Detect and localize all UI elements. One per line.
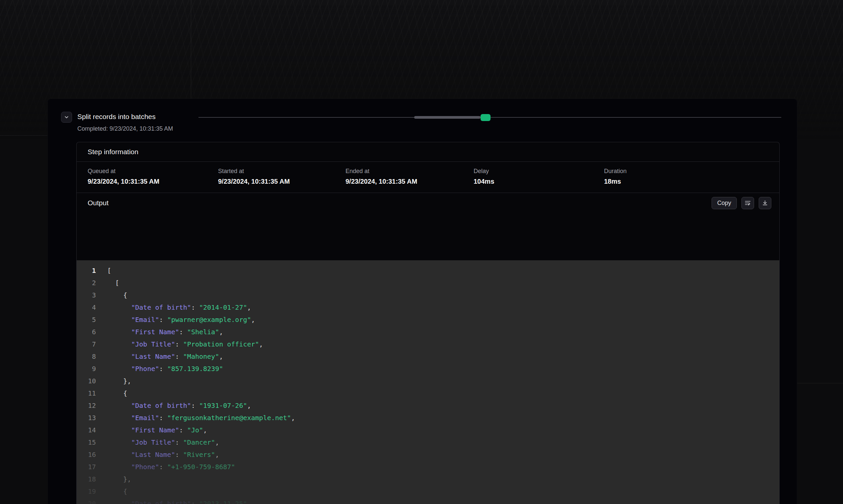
meta-field: Started at9/23/2024, 10:31:35 AM bbox=[218, 168, 345, 185]
meta-value: 18ms bbox=[604, 178, 779, 185]
line-content: "Date of birth": "1931-07-26", bbox=[96, 399, 251, 412]
scroll-to-bottom-button[interactable] bbox=[759, 197, 771, 209]
code-line: 2 [ bbox=[77, 277, 779, 289]
line-number: 1 bbox=[77, 265, 96, 277]
code-line: 20 "Date of birth": "2013-11-25", bbox=[77, 498, 779, 504]
step-header: Split records into batches Completed: 9/… bbox=[48, 99, 797, 142]
line-number: 17 bbox=[77, 461, 96, 473]
word-wrap-button[interactable] bbox=[741, 197, 754, 209]
line-number: 2 bbox=[77, 277, 96, 289]
timeline-active-segment bbox=[414, 116, 481, 119]
code-line: 10 }, bbox=[77, 375, 779, 387]
line-number: 19 bbox=[77, 485, 96, 498]
line-number: 7 bbox=[77, 338, 96, 350]
line-number: 4 bbox=[77, 301, 96, 314]
code-line: 19 { bbox=[77, 485, 779, 498]
code-line: 16 "Last Name": "Rivers", bbox=[77, 449, 779, 461]
line-number: 6 bbox=[77, 326, 96, 338]
code-line: 4 "Date of birth": "2014-01-27", bbox=[77, 301, 779, 314]
code-line: 14 "First Name": "Jo", bbox=[77, 424, 779, 436]
chevron-down-icon bbox=[64, 114, 69, 120]
background-grid-line bbox=[797, 383, 843, 383]
arrow-down-to-line-icon bbox=[762, 200, 768, 206]
line-content: "Job Title": "Probation officer", bbox=[96, 338, 263, 350]
line-content: "Phone": "857.139.8239" bbox=[96, 363, 223, 375]
line-content: "First Name": "Shelia", bbox=[96, 326, 223, 338]
meta-field: Duration18ms bbox=[604, 168, 779, 185]
line-content: [ bbox=[96, 265, 111, 277]
line-number: 9 bbox=[77, 363, 96, 375]
meta-field: Queued at9/23/2024, 10:31:35 AM bbox=[88, 168, 218, 185]
step-completed-timestamp: Completed: 9/23/2024, 10:31:35 AM bbox=[77, 125, 173, 132]
line-content: "Phone": "+1-950-759-8687" bbox=[96, 461, 235, 473]
line-number: 3 bbox=[77, 289, 96, 301]
line-content: { bbox=[96, 289, 127, 301]
meta-value: 9/23/2024, 10:31:35 AM bbox=[88, 178, 218, 185]
line-number: 13 bbox=[77, 412, 96, 424]
line-content: "Last Name": "Rivers", bbox=[96, 449, 219, 461]
line-number: 18 bbox=[77, 473, 96, 485]
output-title: Output bbox=[88, 199, 108, 207]
step-information-header: Step information bbox=[77, 142, 779, 162]
line-number: 10 bbox=[77, 375, 96, 387]
code-line: 11 { bbox=[77, 387, 779, 399]
code-line: 17 "Phone": "+1-950-759-8687" bbox=[77, 461, 779, 473]
step-meta-row: Queued at9/23/2024, 10:31:35 AMStarted a… bbox=[77, 162, 779, 193]
line-content: "Last Name": "Mahoney", bbox=[96, 350, 223, 363]
line-content: { bbox=[96, 387, 127, 399]
step-information-title: Step information bbox=[88, 148, 138, 156]
line-content: "Job Title": "Dancer", bbox=[96, 436, 219, 449]
code-line: 9 "Phone": "857.139.8239" bbox=[77, 363, 779, 375]
meta-label: Duration bbox=[604, 168, 779, 175]
code-line: 18 }, bbox=[77, 473, 779, 485]
code-line: 7 "Job Title": "Probation officer", bbox=[77, 338, 779, 350]
output-json-viewer[interactable]: 1[2 [3 {4 "Date of birth": "2014-01-27",… bbox=[77, 260, 779, 504]
meta-value: 9/23/2024, 10:31:35 AM bbox=[218, 178, 345, 185]
wrap-text-icon bbox=[744, 200, 751, 206]
line-content: "Email": "pwarner@example.org", bbox=[96, 314, 255, 326]
line-number: 14 bbox=[77, 424, 96, 436]
meta-label: Started at bbox=[218, 168, 345, 175]
code-line: 3 { bbox=[77, 289, 779, 301]
output-actions: Copy bbox=[711, 197, 771, 209]
code-line: 13 "Email": "fergusonkatherine@example.n… bbox=[77, 412, 779, 424]
line-number: 15 bbox=[77, 436, 96, 449]
line-content: }, bbox=[96, 473, 131, 485]
line-content: "Email": "fergusonkatherine@example.net"… bbox=[96, 412, 295, 424]
meta-value: 9/23/2024, 10:31:35 AM bbox=[345, 178, 474, 185]
line-content: [ bbox=[96, 277, 119, 289]
code-line: 12 "Date of birth": "1931-07-26", bbox=[77, 399, 779, 412]
copy-output-button[interactable]: Copy bbox=[711, 197, 737, 209]
line-content: { bbox=[96, 485, 127, 498]
line-number: 12 bbox=[77, 399, 96, 412]
line-content: "Date of birth": "2013-11-25", bbox=[96, 498, 251, 504]
run-timeline-scrubber[interactable] bbox=[199, 112, 781, 123]
background-grid-line bbox=[0, 135, 48, 136]
background-grid-line bbox=[191, 0, 191, 100]
line-number: 16 bbox=[77, 449, 96, 461]
collapse-step-button[interactable] bbox=[61, 112, 72, 123]
output-header: Output Copy bbox=[77, 193, 779, 213]
line-number: 11 bbox=[77, 387, 96, 399]
meta-label: Queued at bbox=[88, 168, 218, 175]
meta-label: Delay bbox=[474, 168, 604, 175]
code-line: 6 "First Name": "Shelia", bbox=[77, 326, 779, 338]
step-information-card: Step information Queued at9/23/2024, 10:… bbox=[76, 142, 780, 504]
step-detail-panel: Split records into batches Completed: 9/… bbox=[48, 98, 797, 504]
line-content: }, bbox=[96, 375, 131, 387]
meta-label: Ended at bbox=[345, 168, 474, 175]
timeline-handle[interactable] bbox=[481, 114, 491, 121]
step-title: Split records into batches bbox=[77, 113, 156, 121]
line-content: "Date of birth": "2014-01-27", bbox=[96, 301, 251, 314]
line-content: "First Name": "Jo", bbox=[96, 424, 207, 436]
line-number: 8 bbox=[77, 350, 96, 363]
code-line: 15 "Job Title": "Dancer", bbox=[77, 436, 779, 449]
meta-field: Ended at9/23/2024, 10:31:35 AM bbox=[345, 168, 474, 185]
meta-field: Delay104ms bbox=[474, 168, 604, 185]
code-line: 5 "Email": "pwarner@example.org", bbox=[77, 314, 779, 326]
code-line: 8 "Last Name": "Mahoney", bbox=[77, 350, 779, 363]
code-line: 1[ bbox=[77, 265, 779, 277]
code-lines: 1[2 [3 {4 "Date of birth": "2014-01-27",… bbox=[77, 260, 779, 504]
line-number: 5 bbox=[77, 314, 96, 326]
line-number: 20 bbox=[77, 498, 96, 504]
